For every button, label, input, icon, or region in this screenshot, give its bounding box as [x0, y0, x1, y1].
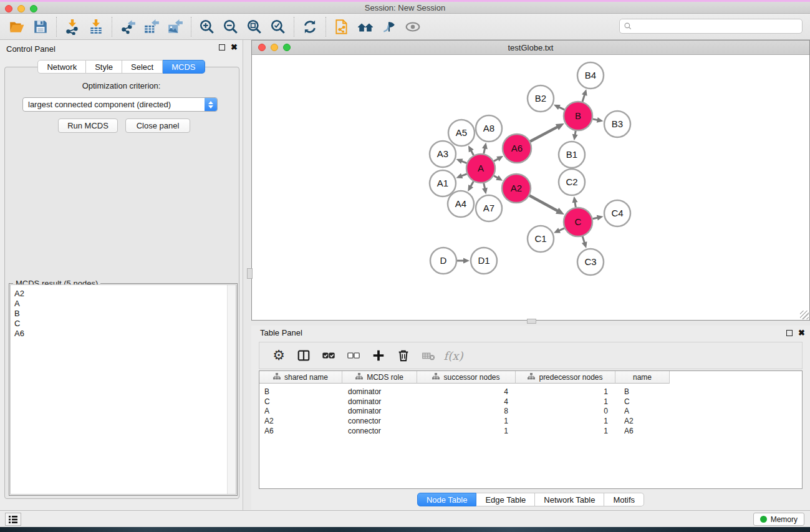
- table-cell: dominator: [342, 407, 417, 417]
- resize-grip-icon[interactable]: [800, 311, 809, 319]
- tab-network-table[interactable]: Network Table: [535, 493, 604, 506]
- export-network-icon[interactable]: [116, 16, 140, 37]
- network-window-titlebar[interactable]: testGlobe.txt: [252, 41, 809, 55]
- function-builder-icon[interactable]: f(x): [444, 346, 463, 365]
- delete-icon[interactable]: [394, 346, 413, 365]
- graph-node-label: B: [575, 110, 581, 121]
- hide-details-icon[interactable]: [377, 16, 401, 37]
- export-image-icon[interactable]: [163, 16, 187, 37]
- close-panel-icon[interactable]: ✖: [231, 44, 238, 51]
- arrowhead-icon: [597, 117, 604, 123]
- table-row[interactable]: A2connector11A2: [259, 417, 802, 427]
- import-network-icon[interactable]: [60, 16, 84, 37]
- graph-node-label: D: [440, 255, 447, 266]
- table-header-row: shared nameMCDS rolesuccessor nodesprede…: [259, 371, 670, 384]
- search-input[interactable]: [619, 19, 803, 34]
- edge-A2-C[interactable]: [529, 195, 558, 211]
- deselect-all-checkboxes-icon[interactable]: [344, 346, 363, 365]
- save-icon[interactable]: [29, 16, 52, 37]
- vertical-split-grip[interactable]: [247, 268, 253, 279]
- table-tabs: Node TableEdge TableNetwork TableMotifs: [251, 493, 810, 506]
- table-cell: connector: [342, 417, 417, 427]
- table-cell: A: [259, 407, 342, 417]
- memory-status-icon: [760, 516, 767, 523]
- column-header-predecessor-nodes[interactable]: predecessor nodes: [516, 371, 615, 384]
- zoom-out-icon[interactable]: [219, 16, 243, 37]
- float-table-panel-icon[interactable]: [786, 330, 793, 336]
- horizontal-split-grip[interactable]: [527, 319, 536, 324]
- column-header-name[interactable]: name: [615, 371, 670, 384]
- mcds-result-item[interactable]: A: [14, 299, 227, 309]
- arrowhead-icon: [482, 188, 488, 195]
- tab-mcds[interactable]: MCDS: [163, 60, 205, 74]
- table-row[interactable]: Bdominator41B: [259, 387, 802, 397]
- table-toolbar: ⚙︎ f(x): [259, 342, 803, 369]
- tab-node-table[interactable]: Node Table: [417, 493, 477, 506]
- add-icon[interactable]: [369, 346, 388, 365]
- table-cell: B: [615, 387, 670, 397]
- table-cell: 1: [516, 397, 615, 407]
- delete-table-icon[interactable]: [419, 346, 438, 365]
- task-history-button[interactable]: [5, 513, 21, 526]
- close-panel-button[interactable]: Close panel: [125, 118, 190, 133]
- mcds-result-scrollbar[interactable]: [227, 285, 236, 494]
- graph-node-label: B3: [612, 118, 623, 129]
- criterion-dropdown[interactable]: largest connected component (directed): [22, 97, 218, 112]
- list-icon: [8, 515, 18, 524]
- column-header-MCDS-role[interactable]: MCDS role: [342, 371, 417, 384]
- network-file-icon[interactable]: [330, 16, 354, 37]
- table-row[interactable]: A6connector11A6: [259, 427, 802, 437]
- zoom-fit-icon[interactable]: [243, 16, 266, 37]
- arrowhead-icon: [597, 215, 604, 221]
- tab-style[interactable]: Style: [86, 60, 122, 74]
- column-header-label: successor nodes: [443, 373, 499, 382]
- graph-node-label: C4: [611, 208, 623, 218]
- table-row[interactable]: Adominator80A: [259, 407, 802, 417]
- sort-tree-icon: [528, 373, 535, 382]
- show-details-eye-icon[interactable]: [401, 16, 425, 37]
- open-folder-icon[interactable]: [5, 16, 29, 37]
- table-cell: 4: [417, 387, 516, 397]
- mcds-result-list: A2ABCA6: [10, 284, 236, 495]
- tab-motifs[interactable]: Motifs: [604, 493, 644, 506]
- zoom-selected-icon[interactable]: [266, 16, 290, 37]
- edge-A6-B[interactable]: [530, 127, 558, 142]
- table-cell: 0: [516, 407, 615, 417]
- mcds-result-item[interactable]: C: [14, 319, 227, 329]
- export-table-icon[interactable]: [140, 16, 163, 37]
- refresh-icon[interactable]: [298, 16, 322, 37]
- select-all-checkboxes-icon[interactable]: [319, 346, 338, 365]
- table-cell: A2: [259, 417, 342, 427]
- control-panel-tabs: NetworkStyleSelectMCDS: [0, 60, 243, 74]
- memory-button[interactable]: Memory: [753, 513, 804, 526]
- mcds-result-item[interactable]: A6: [14, 329, 227, 339]
- gear-icon[interactable]: ⚙︎: [269, 346, 288, 365]
- tab-edge-table[interactable]: Edge Table: [476, 493, 535, 506]
- control-panel: Control Panel ✖ NetworkStyleSelectMCDS O…: [0, 40, 243, 510]
- column-header-shared-name[interactable]: shared name: [259, 371, 342, 384]
- zoom-in-icon[interactable]: [195, 16, 219, 37]
- run-mcds-button[interactable]: Run MCDS: [58, 118, 118, 133]
- column-header-successor-nodes[interactable]: successor nodes: [417, 371, 516, 384]
- network-canvas[interactable]: B4B2BB3A8A5A6A3B1AC2A1A2A4A7C4CC1DD1C3: [252, 55, 809, 320]
- memory-label: Memory: [771, 515, 798, 524]
- table-cell: A6: [259, 427, 342, 437]
- mcds-result-item[interactable]: A2: [14, 289, 227, 299]
- tab-select[interactable]: Select: [122, 60, 163, 74]
- import-table-icon[interactable]: [84, 16, 108, 37]
- tab-network[interactable]: Network: [37, 60, 86, 74]
- table-cell: dominator: [342, 387, 417, 397]
- close-table-panel-icon[interactable]: ✖: [798, 330, 805, 336]
- criterion-dropdown-value: largest connected component (directed): [23, 100, 205, 109]
- table-row[interactable]: Cdominator41C: [259, 397, 802, 407]
- graph-node-label: B2: [535, 93, 546, 104]
- split-columns-icon[interactable]: [294, 346, 313, 365]
- home-icon[interactable]: [354, 16, 377, 37]
- graph-node-label: A1: [437, 178, 448, 188]
- mcds-result-item[interactable]: B: [14, 309, 227, 319]
- sort-tree-icon: [273, 373, 281, 382]
- graph-node-label: C1: [534, 233, 546, 244]
- desktop-wallpaper-strip: [0, 527, 810, 532]
- graph-node-label: A3: [437, 148, 448, 159]
- float-panel-icon[interactable]: [219, 44, 225, 51]
